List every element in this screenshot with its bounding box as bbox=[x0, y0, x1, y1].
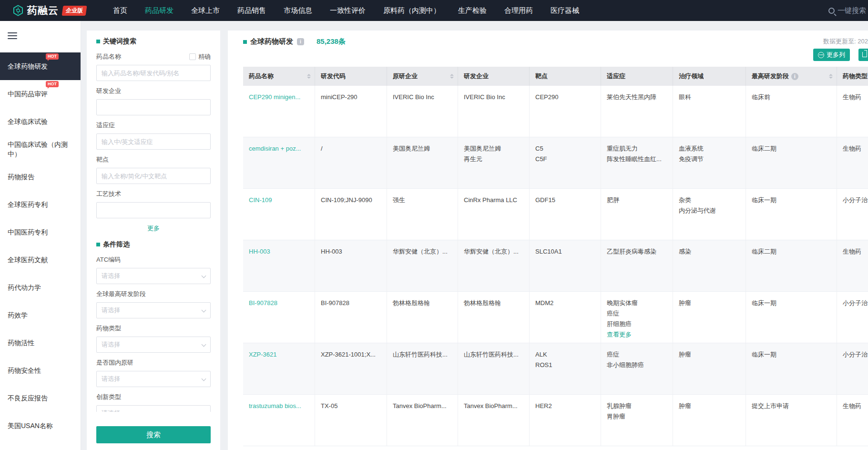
column-info-icon[interactable]: i bbox=[791, 73, 798, 80]
hamburger-menu-icon[interactable] bbox=[8, 32, 17, 39]
title-info-icon[interactable]: i bbox=[297, 38, 304, 45]
select-是否国内原研[interactable]: 请选择 bbox=[96, 371, 211, 387]
export-button[interactable] bbox=[858, 49, 868, 61]
cell-text: 临床一期 bbox=[752, 298, 832, 308]
filter-select-label: 是否国内原研 bbox=[96, 358, 133, 367]
filter-input-药品名称[interactable] bbox=[96, 65, 211, 81]
filter-input-适应症[interactable] bbox=[96, 133, 211, 150]
select-全球最高研发阶段[interactable]: 请选择 bbox=[96, 302, 211, 318]
sort-caret-icon[interactable] bbox=[447, 72, 454, 81]
sort-desc-icon bbox=[450, 77, 454, 81]
drug-name-link[interactable]: trastuzumab bios... bbox=[249, 401, 310, 411]
drug-name-link[interactable]: XZP-3621 bbox=[249, 349, 310, 360]
cell-target: C5C5F bbox=[530, 137, 601, 188]
nav-item-市场信息[interactable]: 市场信息 bbox=[284, 6, 312, 15]
sidebar-item[interactable]: 全球药物研发HOT bbox=[0, 52, 81, 80]
select-ATC编码[interactable]: 请选择 bbox=[96, 268, 211, 284]
cell-therapy-area: 血液系统免疫调节 bbox=[673, 137, 746, 188]
sidebar-item-label: 药代动力学 bbox=[8, 283, 41, 292]
column-header-label: 研发代码 bbox=[321, 72, 346, 81]
column-header-label: 适应症 bbox=[607, 72, 625, 81]
sidebar-item[interactable]: 中国临床试验（内测中） bbox=[0, 135, 81, 163]
sort-desc-icon bbox=[829, 77, 833, 81]
cell-highest-stage: 临床二期 bbox=[746, 137, 837, 188]
filter-input-靶点[interactable] bbox=[96, 168, 211, 184]
select-药物类型[interactable]: 请选择 bbox=[96, 337, 211, 353]
column-header-适应症: 适应症 bbox=[601, 67, 673, 86]
filter-input-工艺技术[interactable] bbox=[96, 202, 211, 218]
nav-item-首页[interactable]: 首页 bbox=[113, 6, 127, 15]
sidebar-item-label: 全球药物研发 bbox=[8, 61, 48, 71]
filter-input-研发企业[interactable] bbox=[96, 99, 211, 115]
sidebar-item-label: 药物活性 bbox=[8, 338, 34, 348]
cell-therapy-area: 感染 bbox=[673, 240, 746, 291]
top-nav: 药融云 企业版 首页药品研发全球上市药品销售市场信息一致性评价原料药（内测中）生… bbox=[0, 0, 868, 21]
view-more-link[interactable]: 查看更多 bbox=[607, 329, 668, 340]
filter-select-field: 创新类型请选择 bbox=[96, 393, 211, 412]
nav-item-医疗器械[interactable]: 医疗器械 bbox=[551, 6, 579, 15]
cell-developer: 华辉安健（北京）... bbox=[458, 240, 530, 291]
logo[interactable]: 药融云 企业版 bbox=[12, 4, 86, 17]
column-header-label: 原研企业 bbox=[393, 72, 418, 81]
cell-developer: 山东轩竹医药科技... bbox=[458, 343, 530, 394]
drug-name-link[interactable]: cemdisiran + poz... bbox=[249, 143, 310, 154]
sidebar-item[interactable]: 药物安全性 bbox=[0, 357, 81, 384]
chevron-down-icon bbox=[202, 274, 206, 278]
exact-match-option[interactable]: 精确 bbox=[189, 52, 211, 61]
drug-name-link[interactable]: CEP290 minigen... bbox=[249, 92, 310, 102]
cell-text: 生物药 bbox=[843, 143, 868, 154]
global-search-button[interactable]: 一键搜索 bbox=[828, 6, 866, 15]
sidebar-item[interactable]: 药代动力学 bbox=[0, 274, 81, 301]
sidebar-item[interactable]: 药物报告 bbox=[0, 163, 81, 191]
exact-checkbox[interactable] bbox=[189, 53, 196, 60]
search-button[interactable]: 搜索 bbox=[96, 426, 211, 443]
table-row: cemdisiran + poz.../美国奥尼兰姆美国奥尼兰姆再生元C5C5F… bbox=[243, 137, 868, 189]
nav-item-药品研发[interactable]: 药品研发 bbox=[145, 6, 174, 15]
sidebar-item[interactable]: 全球临床试验 bbox=[0, 108, 81, 135]
sidebar-item[interactable]: 药效学 bbox=[0, 301, 81, 329]
more-filters-link[interactable]: 更多 bbox=[96, 224, 211, 233]
nav-item-一致性评价[interactable]: 一致性评价 bbox=[330, 6, 366, 15]
partial-next-row bbox=[243, 446, 868, 450]
nav-item-原料药（内测中）[interactable]: 原料药（内测中） bbox=[383, 6, 440, 15]
sidebar-item[interactable]: 不良反应报告 bbox=[0, 384, 81, 412]
sort-caret-icon[interactable] bbox=[304, 72, 311, 81]
cell-text: 山东轩竹医药科技... bbox=[464, 349, 524, 360]
sidebar-item[interactable]: 中国药品审评HOT bbox=[0, 80, 81, 108]
nav-item-生产检验[interactable]: 生产检验 bbox=[458, 6, 487, 15]
table-row: CEP290 minigen...miniCEP-290IVERIC Bio I… bbox=[243, 86, 868, 137]
sidebar-item[interactable]: 全球医药专利 bbox=[0, 191, 81, 218]
column-header-研发企业: 研发企业 bbox=[458, 67, 530, 86]
select-placeholder: 请选择 bbox=[102, 375, 120, 383]
filter-select-label: 药物类型 bbox=[96, 324, 121, 333]
filter-field: 工艺技术 bbox=[96, 190, 211, 218]
cell-highest-stage: 临床一期 bbox=[746, 189, 837, 240]
sidebar-item[interactable]: 中国医药专利 bbox=[0, 218, 81, 246]
filter-select-field: 是否国内原研请选择 bbox=[96, 358, 211, 387]
sidebar-item[interactable]: 全球医药文献 bbox=[0, 246, 81, 274]
nav-item-药品销售[interactable]: 药品销售 bbox=[237, 6, 266, 15]
select-创新类型[interactable]: 请选择 bbox=[96, 405, 211, 412]
cell-text: 美国奥尼兰姆 bbox=[464, 143, 524, 154]
column-header-研发代码: 研发代码 bbox=[315, 67, 387, 86]
drug-name-link[interactable]: CIN-109 bbox=[249, 195, 310, 205]
cell-rd-code: XZP-3621-1001;X... bbox=[315, 343, 387, 394]
sidebar-item[interactable]: 药物活性 bbox=[0, 329, 81, 357]
cell-text: 生物药 bbox=[843, 246, 868, 257]
nav-item-全球上市[interactable]: 全球上市 bbox=[191, 6, 220, 15]
cell-target: MDM2 bbox=[530, 292, 601, 343]
hot-badge: HOT bbox=[46, 81, 59, 87]
cell-text: GDF15 bbox=[535, 195, 596, 205]
sort-caret-icon[interactable] bbox=[826, 72, 833, 81]
sort-asc-icon bbox=[307, 72, 311, 76]
more-columns-button[interactable]: 更多列 bbox=[813, 49, 850, 61]
filter-field-label: 适应症 bbox=[96, 121, 115, 130]
cell-text: 生物药 bbox=[843, 401, 868, 411]
sidebar-item[interactable]: 美国USAN名称 bbox=[0, 412, 81, 440]
enterprise-badge: 企业版 bbox=[62, 6, 87, 16]
drug-name-link[interactable]: HH-003 bbox=[249, 246, 310, 257]
drug-name-link[interactable]: BI-907828 bbox=[249, 298, 310, 308]
filter-select-label-row: 创新类型 bbox=[96, 393, 211, 401]
keyword-search-section-title: 关键词搜索 bbox=[96, 37, 211, 46]
nav-item-合理用药[interactable]: 合理用药 bbox=[504, 6, 533, 15]
